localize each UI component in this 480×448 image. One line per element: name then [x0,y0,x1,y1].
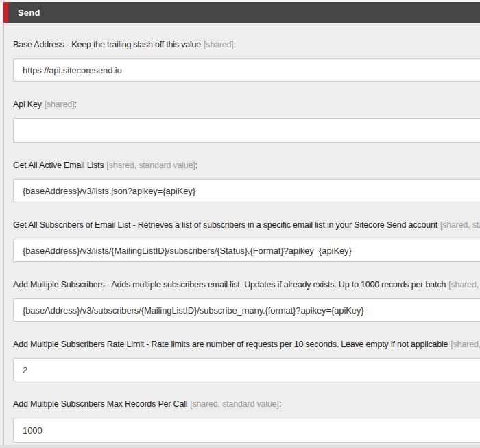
field-label-suffix: [shared, standard value] [451,340,480,349]
max-records-per-call-input[interactable] [13,418,480,443]
field-section-panel: Send Base Address - Keep the trailing sl… [3,2,480,448]
field-base-address: Base Address - Keep the trailing slash o… [13,39,480,82]
field-label-suffix: [shared] [45,99,75,109]
api-key-input[interactable] [13,118,480,143]
field-label-text: Api Key [13,99,42,109]
field-label-text: Add Multiple Subscribers - Adds multiple… [13,280,446,290]
get-all-active-email-lists-input[interactable] [13,179,480,202]
section-body: Base Address - Keep the trailing slash o… [3,23,480,448]
add-multiple-subscribers-input[interactable] [13,298,480,322]
field-get-all-active-email-lists: Get All Active Email Lists[shared, stand… [13,160,480,202]
field-label-text: Get All Subscribers of Email List - Retr… [13,220,437,230]
field-label-text: Base Address - Keep the trailing slash o… [13,40,201,49]
rate-limit-input[interactable] [13,358,480,381]
field-label-text: Add Multiple Subscribers Max Records Per… [13,399,187,409]
get-all-subscribers-input[interactable] [13,239,480,262]
field-rate-limit: Add Multiple Subscribers Rate Limit - Ra… [13,339,480,381]
field-label-suffix: [shared, standard value] [448,280,480,290]
pane-bottom-edge [0,445,480,448]
field-label-colon: : [234,40,236,49]
field-label-suffix: [shared, standard value] [190,399,278,409]
base-address-input[interactable] [13,58,480,82]
field-label: Add Multiple Subscribers Rate Limit - Ra… [13,339,480,350]
field-label-suffix: [shared, standard value] [106,161,195,170]
section-title: Send [18,8,40,18]
field-label: Get All Active Email Lists[shared, stand… [13,160,480,171]
field-get-all-subscribers: Get All Subscribers of Email List - Retr… [13,220,480,262]
field-api-key: Api Key[shared]: [13,99,480,143]
field-label: Add Multiple Subscribers Max Records Per… [13,399,480,410]
field-label-suffix: [shared, standard value] [440,220,480,230]
field-label-colon: : [74,99,76,109]
field-max-records-per-call: Add Multiple Subscribers Max Records Per… [13,399,480,443]
field-label: Add Multiple Subscribers - Adds multiple… [13,279,480,290]
field-label-text: Add Multiple Subscribers Rate Limit - Ra… [13,340,448,349]
field-add-multiple-subscribers: Add Multiple Subscribers - Adds multiple… [13,279,480,322]
field-label-colon: : [195,161,197,170]
field-label: Base Address - Keep the trailing slash o… [13,39,480,50]
field-label-suffix: [shared] [204,40,234,49]
field-label-colon: : [279,399,281,409]
field-label-text: Get All Active Email Lists [13,161,104,170]
field-label: Get All Subscribers of Email List - Retr… [13,220,480,231]
field-label: Api Key[shared]: [13,99,480,110]
section-header-send[interactable]: Send [3,2,480,23]
